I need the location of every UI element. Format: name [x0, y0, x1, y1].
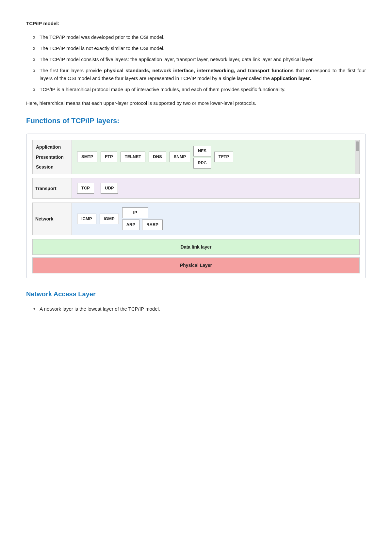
tcpip-heading: TCP/IP model: [26, 20, 366, 27]
hierarchical-paragraph: Here, hierarchical means that each upper… [26, 99, 366, 107]
network-layer-content: ICMP IGMP IP ARP RARP [72, 203, 360, 235]
network-layer-row: Network ICMP IGMP IP ARP RARP [32, 203, 360, 235]
udp-box: UDP [101, 183, 118, 194]
bullet-item-2: The TCP/IP model is not exactly similar … [33, 44, 366, 52]
bullet-text-5: TCP/IP is a hierarchical protocol made u… [40, 86, 366, 93]
arp-rarp-row: ARP RARP [122, 220, 163, 230]
rpc-box: RPC [193, 158, 211, 169]
bullet-item-1: The TCP/IP model was developed prior to … [33, 33, 366, 41]
functions-title: Functions of TCP/IP layers: [26, 115, 366, 126]
bullet4-bold2: application layer. [271, 75, 311, 81]
network-bullet-item-1: A network layer is the lowest layer of t… [33, 305, 366, 313]
dns-box: DNS [149, 152, 166, 162]
app-layer-content: SMTP FTP TELNET DNS SNMP NFS RPC TFTP [72, 140, 360, 174]
scroll-thumb [356, 141, 359, 151]
tcpip-diagram: Application Presentation Session SMTP FT… [26, 134, 366, 278]
bullet-text-3: The TCP/IP model consists of five layers… [40, 56, 366, 63]
bullet-text-4: The first four layers provide physical s… [40, 67, 366, 82]
ftp-box: FTP [101, 152, 117, 162]
network-access-title: Network Access Layer [26, 289, 366, 299]
network-bullet-text-1: A network layer is the lowest layer of t… [40, 305, 366, 313]
transport-layer-content: TCP UDP [72, 178, 360, 199]
nfs-box: NFS [193, 146, 211, 156]
bullet-item-5: TCP/IP is a hierarchical protocol made u… [33, 86, 366, 93]
network-label: Network [32, 203, 72, 235]
telnet-box: TELNET [121, 152, 146, 162]
rarp-box: RARP [142, 220, 163, 230]
tcp-box: TCP [77, 183, 94, 194]
icmp-box: ICMP [77, 214, 96, 224]
tcpip-heading-text: TCP/IP model: [26, 21, 59, 26]
igmp-box: IGMP [100, 214, 119, 224]
presentation-label: Presentation [35, 152, 69, 162]
ip-box: IP [122, 207, 148, 218]
data-link-layer: Data link layer [32, 239, 360, 255]
network-access-bullet-list: A network layer is the lowest layer of t… [26, 305, 366, 313]
transport-label: Transport [32, 178, 72, 199]
app-layer-labels: Application Presentation Session [32, 140, 72, 174]
bullet-item-4: The first four layers provide physical s… [33, 67, 366, 82]
snmp-box: SNMP [170, 152, 190, 162]
smtp-box: SMTP [77, 152, 97, 162]
bullet-text-2: The TCP/IP model is not exactly similar … [40, 44, 366, 52]
nfs-rpc-group: NFS RPC [193, 146, 211, 169]
bullet-text-1: The TCP/IP model was developed prior to … [40, 33, 366, 41]
app-layer-row: Application Presentation Session SMTP FT… [32, 140, 360, 174]
session-label: Session [35, 162, 69, 172]
tcpip-bullet-list: The TCP/IP model was developed prior to … [26, 33, 366, 93]
bullet-item-3: The TCP/IP model consists of five layers… [33, 56, 366, 63]
bullet4-bold1: physical standards, network interface, i… [104, 68, 294, 73]
tftp-box: TFTP [214, 152, 234, 162]
transport-layer-row: Transport TCP UDP [32, 178, 360, 199]
arp-box: ARP [122, 220, 139, 230]
scroll-indicator [355, 140, 359, 174]
physical-layer: Physical Layer [32, 257, 360, 273]
app-label: Application [35, 142, 69, 152]
ip-arp-group: IP ARP RARP [122, 207, 163, 230]
bullet4-before: The first four layers provide [40, 68, 104, 73]
